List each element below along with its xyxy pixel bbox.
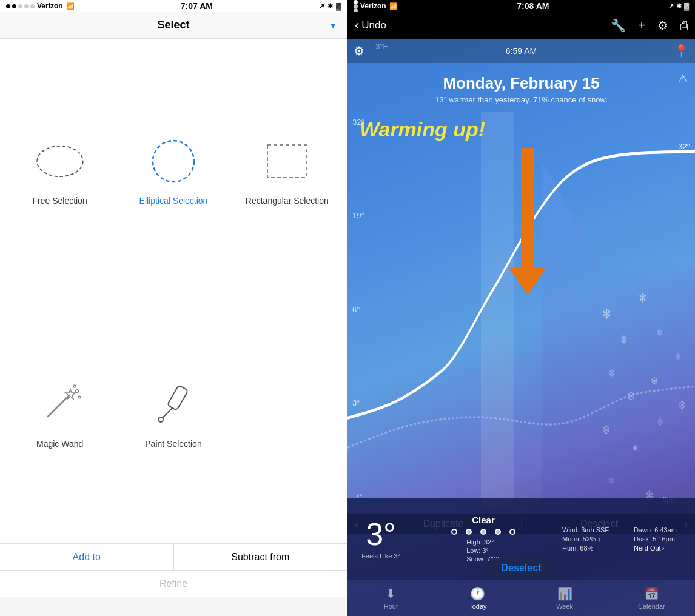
add-to-button[interactable]: Add to xyxy=(0,544,173,570)
nav-bar-left: Select ▼ xyxy=(0,12,347,39)
free-selection-icon xyxy=(33,134,87,189)
svg-rect-2 xyxy=(267,145,306,178)
bluetooth-icon-right: ✱ xyxy=(676,2,682,10)
temp-label-19: 19° xyxy=(352,211,364,220)
nerd-out-link[interactable]: Nerd Out › xyxy=(634,544,693,552)
today-tab-label: Today xyxy=(469,603,486,610)
orange-arrow xyxy=(509,148,546,295)
svg-rect-8 xyxy=(167,385,189,410)
bluetooth-icon-left: ✱ xyxy=(327,2,333,10)
week-tab-label: Week xyxy=(556,603,573,610)
wind-stats: Wind: 3mh SSE Moon: 52% ↑ Hum: 68% xyxy=(559,498,631,580)
add-nav-icon[interactable]: + xyxy=(638,19,645,33)
tab-week[interactable]: 📊 Week xyxy=(522,580,608,616)
dropdown-icon[interactable]: ▼ xyxy=(329,21,337,30)
status-time-left: 7:07 AM xyxy=(75,1,319,11)
svg-point-1 xyxy=(153,141,194,182)
magic-wand-nav-icon[interactable]: 🔧 xyxy=(611,18,626,33)
svg-point-7 xyxy=(78,396,81,398)
paint-selection-icon xyxy=(146,377,201,432)
status-bar-right: Verizon 📶 7:08 AM ↗ ✱ ▓ xyxy=(348,0,695,12)
weather-date: Monday, February 15 xyxy=(443,74,599,93)
carrier-right: Verizon xyxy=(360,2,386,10)
circle-5 xyxy=(509,529,515,535)
hour-tab-icon: ⬇ xyxy=(386,586,396,601)
signal-dot-3 xyxy=(18,4,22,8)
status-right-icons: ↗ ✱ ▓ xyxy=(668,2,689,10)
rectangular-selection-label: Rectangular Selection xyxy=(246,196,329,206)
bottom-bar: Add to Subtract from Refine xyxy=(0,543,347,616)
svg-point-0 xyxy=(37,146,83,176)
circle-1 xyxy=(451,529,457,535)
status-time-right: 7:08 AM xyxy=(398,1,668,11)
svg-point-6 xyxy=(73,385,76,387)
subtract-from-button[interactable]: Subtract from xyxy=(174,544,348,570)
warming-text: Warming up! xyxy=(360,118,485,141)
svg-point-10 xyxy=(158,417,163,422)
free-selection-label: Free Selection xyxy=(33,196,87,206)
selection-item-paint[interactable]: Paint Selection xyxy=(119,294,227,531)
magic-wand-icon xyxy=(33,377,87,432)
moon-stat: Moon: 52% ↑ xyxy=(562,535,628,543)
tab-bar: ⬇ Hour 🕐 Today 📊 Week 📅 Calendar xyxy=(348,580,695,616)
signal-dot-2 xyxy=(12,4,16,8)
battery-icon-right: ▓ xyxy=(684,2,689,10)
weather-condition: Clear xyxy=(472,515,495,525)
nav-bar-right: ‹ Undo 🔧 + ⚙ ⎙ xyxy=(348,12,695,39)
status-right-left: ↗ ✱ ▓ xyxy=(319,2,341,10)
gear-icon[interactable]: ⚙ xyxy=(354,44,364,58)
settings-nav-icon[interactable]: ⚙ xyxy=(657,18,668,33)
calendar-tab-label: Calendar xyxy=(638,603,665,610)
week-tab-icon: 📊 xyxy=(557,586,572,601)
elliptical-selection-label: Elliptical Selection xyxy=(139,196,208,206)
deselect-tooltip[interactable]: Deselect xyxy=(488,558,555,578)
calendar-tab-icon: 📅 xyxy=(644,586,659,601)
signal-dot-4 xyxy=(24,4,29,8)
tab-hour[interactable]: ⬇ Hour xyxy=(348,580,434,616)
share-nav-icon[interactable]: ⎙ xyxy=(680,19,688,33)
header-time: 6:59 AM xyxy=(506,46,537,56)
dawn-stats: Dawn: 6:43am Dusk: 5:16pm Nerd Out › xyxy=(631,498,695,580)
high-temp: High: 32° xyxy=(466,538,500,546)
tab-today[interactable]: 🕐 Today xyxy=(434,580,521,616)
weather-header: ⚙ 3°F - 6:59 AM 📍 xyxy=(348,39,695,63)
current-temp-section: 3° Feels Like 3° xyxy=(348,498,408,580)
selection-item-free[interactable]: Free Selection xyxy=(6,51,113,288)
weather-date-area: Monday, February 15 13° warmer than yest… xyxy=(348,63,695,104)
selection-item-magic-wand[interactable]: Magic Wand xyxy=(6,294,113,531)
big-temperature: 3° xyxy=(366,518,396,550)
tab-calendar[interactable]: 📅 Calendar xyxy=(608,580,695,616)
wifi-icon-right: 📶 xyxy=(389,2,398,10)
battery-icon-left: ▓ xyxy=(336,2,341,10)
temp-labels: 32° 19° 6° 3° -7° xyxy=(352,112,364,507)
signal-dot-r3 xyxy=(354,4,358,8)
temp-label-3: 3° xyxy=(352,398,364,407)
selection-item-elliptical[interactable]: Elliptical Selection xyxy=(119,51,227,288)
arrow-head xyxy=(509,268,546,295)
rectangular-selection-icon xyxy=(260,134,314,189)
location-icon-left: ↗ xyxy=(319,2,324,10)
signal-dot-1 xyxy=(6,4,10,8)
selection-item-rectangular[interactable]: Rectangular Selection xyxy=(233,51,341,288)
weather-circles xyxy=(451,529,515,535)
magic-wand-label: Magic Wand xyxy=(36,439,83,449)
refine-row: Refine xyxy=(0,571,347,597)
svg-point-5 xyxy=(75,389,78,392)
bottom-row-1: Add to Subtract from xyxy=(0,544,347,571)
signal-dot-r2 xyxy=(354,0,358,4)
back-chevron-icon: ‹ xyxy=(355,18,359,33)
temp-label-6: 6° xyxy=(352,305,364,314)
signal-dot-5 xyxy=(30,4,35,8)
svg-line-3 xyxy=(48,395,69,417)
elliptical-selection-icon xyxy=(146,134,201,189)
feels-like: Feels Like 3° xyxy=(361,552,400,560)
temp-label-32-right: 32° xyxy=(678,142,690,151)
paint-selection-label: Paint Selection xyxy=(145,439,201,449)
low-temp: Low: 3° xyxy=(466,547,500,554)
location-pin-icon[interactable]: 📍 xyxy=(674,44,689,58)
back-label: Undo xyxy=(361,19,386,32)
back-button[interactable]: ‹ Undo xyxy=(355,18,386,33)
right-panel: Verizon 📶 7:08 AM ↗ ✱ ▓ ‹ Undo 🔧 + ⚙ ⎙ ❄ xyxy=(348,0,695,616)
weather-content: ❄ ❄ ❄ ❄ ❄ ❄ ❄ ❄ ❄ ❄ ❄ ❄ ❄ ❄ ⚙ 3°F - 6:59… xyxy=(348,39,695,616)
svg-line-9 xyxy=(163,408,172,418)
